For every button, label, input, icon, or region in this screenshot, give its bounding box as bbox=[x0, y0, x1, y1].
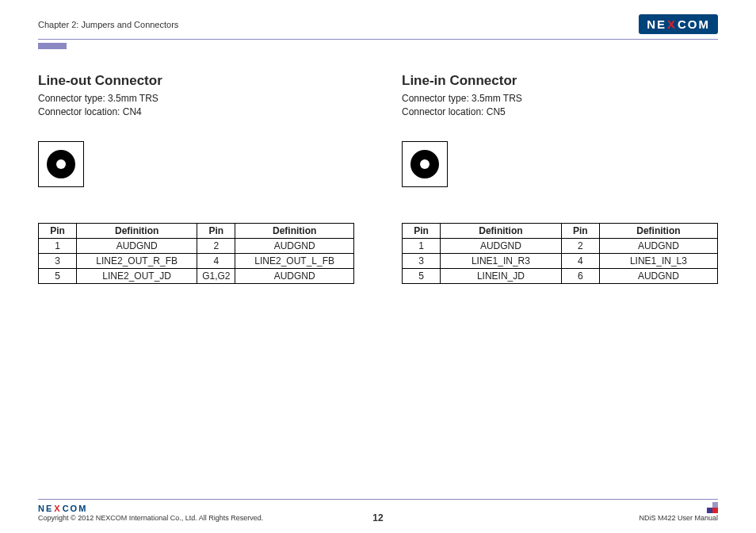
footer-pixel-icon bbox=[707, 502, 718, 513]
table-row: 1 AUDGND 2 AUDGND bbox=[403, 238, 718, 253]
th-pin: Pin bbox=[39, 223, 77, 238]
logo-text-post: COM bbox=[678, 17, 710, 31]
chapter-title: Chapter 2: Jumpers and Connectors bbox=[38, 20, 178, 29]
table-row: 5 LINEIN_JD 6 AUDGND bbox=[403, 268, 718, 283]
footer-rule bbox=[38, 499, 718, 500]
line-out-pin-table: Pin Definition Pin Definition 1 AUDGND 2… bbox=[38, 223, 354, 284]
line-in-location: Connector location: CN5 bbox=[402, 105, 718, 119]
nexcom-logo: NEXCOM bbox=[639, 14, 718, 34]
table-row: 1 AUDGND 2 AUDGND bbox=[39, 238, 354, 253]
logo-text-x: X bbox=[667, 17, 677, 31]
line-out-connector-drawing bbox=[38, 141, 354, 187]
header-rule bbox=[38, 39, 718, 40]
right-column: Line-in Connector Connector type: 3.5mm … bbox=[402, 73, 718, 499]
copyright-text: Copyright © 2012 NEXCOM International Co… bbox=[38, 514, 263, 522]
table-row: 3 LINE1_IN_R3 4 LINE1_IN_L3 bbox=[403, 253, 718, 268]
th-pin: Pin bbox=[561, 223, 599, 238]
line-in-connector-drawing bbox=[402, 141, 718, 187]
header-stub bbox=[38, 43, 67, 49]
trs-jack-icon bbox=[402, 141, 448, 187]
line-out-meta: Connector type: 3.5mm TRS Connector loca… bbox=[38, 92, 354, 119]
th-def: Definition bbox=[599, 223, 717, 238]
line-in-type: Connector type: 3.5mm TRS bbox=[402, 92, 718, 105]
th-def: Definition bbox=[441, 223, 562, 238]
line-in-meta: Connector type: 3.5mm TRS Connector loca… bbox=[402, 92, 718, 119]
manual-name: NDiS M422 User Manual bbox=[639, 514, 718, 522]
th-pin: Pin bbox=[403, 223, 441, 238]
th-pin: Pin bbox=[197, 223, 235, 238]
page-footer: NEXCOM Copyright © 2012 NEXCOM Internati… bbox=[38, 499, 718, 533]
nexcom-logo-small: NEXCOM bbox=[38, 504, 87, 513]
line-in-pin-table: Pin Definition Pin Definition 1 AUDGND 2… bbox=[402, 223, 718, 284]
line-out-location: Connector location: CN4 bbox=[38, 105, 354, 119]
page-number: 12 bbox=[372, 512, 383, 523]
trs-jack-icon bbox=[38, 141, 84, 187]
table-row: 3 LINE2_OUT_R_FB 4 LINE2_OUT_L_FB bbox=[39, 253, 354, 268]
line-out-title: Line-out Connector bbox=[38, 73, 354, 89]
th-def: Definition bbox=[77, 223, 197, 238]
th-def: Definition bbox=[235, 223, 354, 238]
line-out-type: Connector type: 3.5mm TRS bbox=[38, 92, 354, 105]
logo-text-pre: NE bbox=[647, 17, 666, 31]
left-column: Line-out Connector Connector type: 3.5mm… bbox=[38, 73, 354, 499]
page-header: Chapter 2: Jumpers and Connectors NEXCOM bbox=[38, 14, 718, 39]
table-row: 5 LINE2_OUT_JD G1,G2 AUDGND bbox=[39, 268, 354, 283]
line-in-title: Line-in Connector bbox=[402, 73, 718, 89]
content-area: Line-out Connector Connector type: 3.5mm… bbox=[38, 73, 718, 499]
